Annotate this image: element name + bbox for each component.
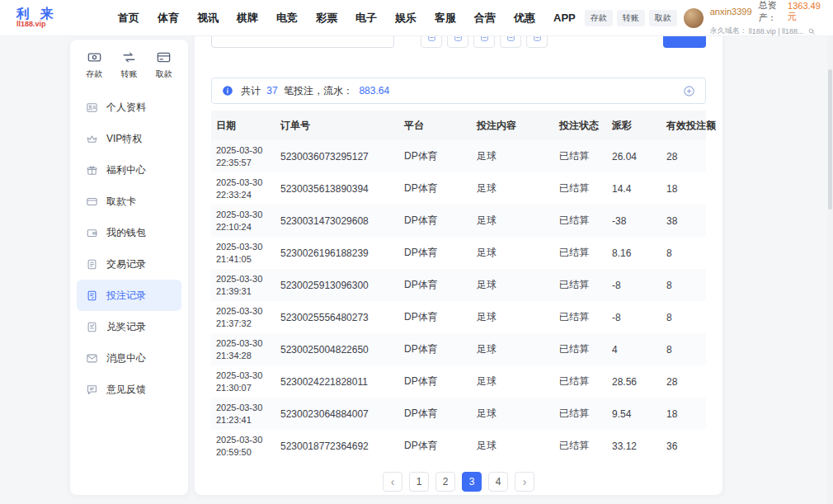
sidebar-quick-transfer[interactable]: 转账 <box>120 49 137 80</box>
sidebar-menu: 个人资料VIP特权福利中心取款卡我的钱包交易记录投注记录兑奖记录消息中心意见反馈 <box>70 92 188 405</box>
browser-scrollbar[interactable] <box>827 36 833 504</box>
pagination-page-3[interactable]: 3 <box>462 472 482 492</box>
sidebar-item-bet-record[interactable]: 投注记录 <box>77 280 181 311</box>
nav-item[interactable]: 电子 <box>346 11 386 26</box>
vip-icon <box>86 133 98 145</box>
total-assets-value: 1363.49元 <box>788 1 821 23</box>
sidebar-item-label: 兑奖记录 <box>106 320 146 334</box>
nav-item[interactable]: 合营 <box>465 11 505 26</box>
table-header-cell: 投注状态 <box>554 111 607 140</box>
cell-status: 已结算 <box>554 140 607 172</box>
cell-order: 5230036073295127 <box>275 140 399 172</box>
pagination-next-button[interactable]: › <box>515 472 534 492</box>
brand-logo[interactable]: 利 来 ll188.vip <box>12 7 109 29</box>
table-row: 2025-03-3022:33:245230035613890394DP体育足球… <box>211 172 706 205</box>
cell-date: 2025-03-3021:41:05 <box>211 237 275 269</box>
cell-time-value: 22:33:24 <box>216 189 271 201</box>
sidebar-item-transaction[interactable]: 交易记录 <box>77 248 181 280</box>
cell-date-value: 2025-03-30 <box>216 434 271 446</box>
sidebar-quick-deposit[interactable]: 存款 <box>86 49 102 80</box>
cell-valid-amount: 8 <box>661 301 706 333</box>
nav-item[interactable]: 优惠 <box>505 11 544 26</box>
user-info: anxin3399 总资产： 1363.49元 永久域名： ll188.vip … <box>710 0 821 36</box>
summary-turnover: 883.64 <box>359 85 389 97</box>
scrollbar-thumb[interactable] <box>828 69 832 210</box>
nav-item[interactable]: 棋牌 <box>228 11 267 26</box>
cell-date: 2025-03-3021:37:32 <box>211 301 275 333</box>
pagination-prev-button[interactable]: ‹ <box>383 472 402 492</box>
cell-platform: DP体育 <box>399 301 472 333</box>
pagination-page-4[interactable]: 4 <box>488 472 508 492</box>
cell-content: 足球 <box>472 365 554 398</box>
username: anxin3399 <box>710 7 752 16</box>
sidebar-item-prize[interactable]: 兑奖记录 <box>77 311 181 342</box>
cell-status: 已结算 <box>554 269 607 301</box>
nav-item[interactable]: 视讯 <box>188 11 228 26</box>
table-header-cell: 有效投注额 <box>661 111 706 140</box>
sidebar-item-feedback[interactable]: 意见反馈 <box>77 374 181 405</box>
cell-status: 已结算 <box>554 237 607 269</box>
bet-records-table: 日期订单号平台投注内容投注状态派彩有效投注额 2025-03-3022:35:5… <box>211 111 706 462</box>
cell-date-value: 2025-03-30 <box>216 305 271 318</box>
sidebar-item-message[interactable]: 消息中心 <box>77 342 181 374</box>
nav-item[interactable]: 客服 <box>426 11 465 26</box>
nav-item[interactable]: 体育 <box>148 11 188 26</box>
quick-action-button[interactable]: 取款 <box>649 10 677 26</box>
cell-status: 已结算 <box>554 333 607 365</box>
nav-item[interactable]: 电竞 <box>267 11 307 26</box>
cell-content: 足球 <box>472 172 554 205</box>
quick-action-button[interactable]: 转账 <box>617 10 645 26</box>
sidebar-item-label: 意见反馈 <box>106 383 146 397</box>
cell-valid-amount: 8 <box>661 333 706 365</box>
cell-content: 足球 <box>472 205 554 237</box>
search-icon[interactable] <box>807 27 816 35</box>
cell-date-value: 2025-03-30 <box>216 241 271 253</box>
transaction-icon <box>86 258 98 271</box>
quick-action-button[interactable]: 存款 <box>585 10 613 26</box>
summary-bet-count: 37 <box>266 85 277 97</box>
withdraw-icon <box>156 49 172 65</box>
cell-order: 5230024221828011 <box>275 365 399 398</box>
message-icon <box>86 352 98 365</box>
nav-item[interactable]: APP <box>544 12 585 24</box>
pagination: ‹1234› <box>211 472 706 492</box>
nav-item[interactable]: 娱乐 <box>386 11 426 26</box>
cell-platform: DP体育 <box>399 269 472 301</box>
cell-time-value: 21:39:31 <box>216 285 271 298</box>
cell-platform: DP体育 <box>399 333 472 365</box>
cell-order: 5230025004822650 <box>275 333 399 365</box>
sidebar-quick-label: 取款 <box>156 68 172 80</box>
cell-date-value: 2025-03-30 <box>216 209 271 221</box>
pagination-page-1[interactable]: 1 <box>409 472 429 492</box>
table-row: 2025-03-3021:37:325230025556480273DP体育足球… <box>211 301 706 333</box>
cell-valid-amount: 18 <box>661 172 706 205</box>
bet-summary-bar: 共计 37 笔投注，流水： 883.64 <box>211 78 706 104</box>
sidebar-item-label: 消息中心 <box>106 351 146 365</box>
nav-item[interactable]: 首页 <box>109 11 148 26</box>
cell-platform: DP体育 <box>399 398 472 430</box>
cell-content: 足球 <box>472 301 554 333</box>
plus-circle-icon[interactable] <box>683 85 695 97</box>
table-header-cell: 平台 <box>399 111 472 140</box>
cell-platform: DP体育 <box>399 365 472 398</box>
sidebar-quick-label: 存款 <box>86 68 102 80</box>
nav-item[interactable]: 彩票 <box>307 11 346 26</box>
table-header-cell: 订单号 <box>275 111 399 140</box>
cell-date: 2025-03-3021:34:28 <box>211 333 275 365</box>
wallet-icon <box>86 227 98 239</box>
cell-date: 2025-03-3021:39:31 <box>211 269 275 301</box>
sidebar-item-profile[interactable]: 个人资料 <box>77 92 181 123</box>
cell-platform: DP体育 <box>399 172 472 205</box>
cell-payout: 14.4 <box>607 172 661 205</box>
sidebar-item-welfare[interactable]: 福利中心 <box>77 154 181 186</box>
sidebar-item-bank-card[interactable]: 取款卡 <box>77 186 181 217</box>
sidebar-item-vip[interactable]: VIP特权 <box>77 123 181 154</box>
pagination-page-2[interactable]: 2 <box>435 472 455 492</box>
cell-order: 5230026196188239 <box>275 237 399 269</box>
sidebar-quick-withdraw[interactable]: 取款 <box>156 49 172 80</box>
sidebar-item-wallet[interactable]: 我的钱包 <box>77 217 181 248</box>
cell-payout: -8 <box>607 301 661 333</box>
bank-card-icon <box>86 195 98 208</box>
user-avatar[interactable] <box>684 8 704 28</box>
table-header-cell: 派彩 <box>607 111 661 140</box>
